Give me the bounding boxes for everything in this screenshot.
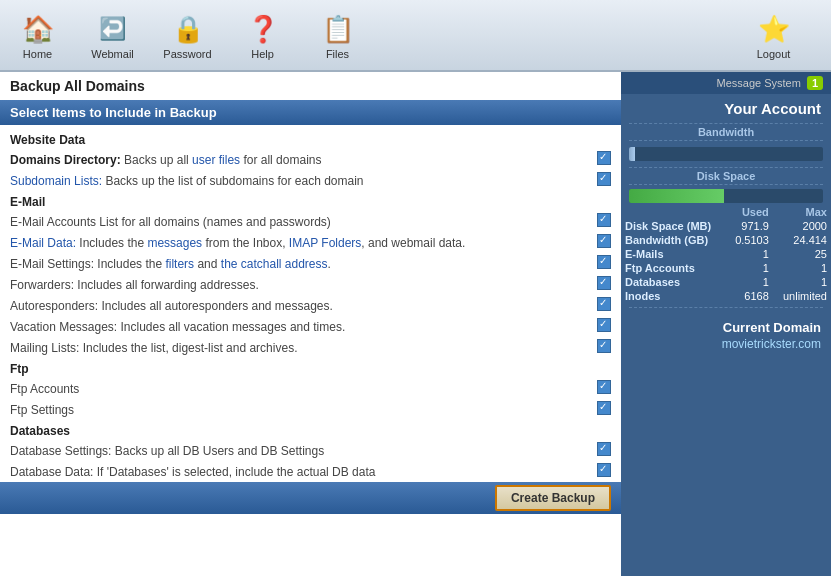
stats-row-used: 971.9: [726, 219, 773, 233]
checkbox-email-settings[interactable]: [591, 255, 611, 272]
item-ftp-settings: Ftp Settings: [10, 403, 591, 417]
home-icon: 🏠: [19, 10, 57, 48]
list-item: Vacation Messages: Includes all vacation…: [0, 316, 621, 337]
checkbox-autoresponders[interactable]: [591, 297, 611, 314]
current-domain-label: Current Domain: [621, 312, 831, 337]
item-vacation: Vacation Messages: Includes all vacation…: [10, 320, 591, 334]
item-email-settings: E-Mail Settings: Includes the filters an…: [10, 257, 591, 271]
checkbox-vacation[interactable]: [591, 318, 611, 335]
stats-row: Disk Space (MB)971.92000: [621, 219, 831, 233]
right-sidebar: Message System 1 Your Account Bandwidth …: [621, 72, 831, 576]
checkbox-ftp-accounts[interactable]: [591, 380, 611, 397]
stats-row: Ftp Accounts11: [621, 261, 831, 275]
stats-col-used: Used: [726, 205, 773, 219]
content-area: Backup All Domains Select Items to Inclu…: [0, 72, 621, 576]
section-header-databases: Databases: [0, 420, 621, 440]
section-header-website: Website Data: [0, 129, 621, 149]
stats-row-max: 1: [773, 275, 831, 289]
bandwidth-bar: [629, 147, 823, 161]
list-item: Mailing Lists: Includes the list, digest…: [0, 337, 621, 358]
nav-help[interactable]: ❓ Help: [235, 10, 290, 60]
checkbox-subdomain-lists[interactable]: [591, 172, 611, 189]
diskspace-bar: [629, 189, 823, 203]
stats-col-label: [621, 205, 726, 219]
checkbox-db-settings[interactable]: [591, 442, 611, 459]
password-icon: 🔒: [169, 10, 207, 48]
stats-row-label: Bandwidth (GB): [621, 233, 726, 247]
stats-row: Inodes6168unlimited: [621, 289, 831, 303]
stats-row-used: 0.5103: [726, 233, 773, 247]
stats-row-max: 2000: [773, 219, 831, 233]
page-title: Backup All Domains: [0, 72, 621, 100]
stats-row-label: Databases: [621, 275, 726, 289]
stats-row-used: 1: [726, 275, 773, 289]
list-item: Database Settings: Backs up all DB Users…: [0, 440, 621, 461]
stats-row: Bandwidth (GB)0.510324.414: [621, 233, 831, 247]
section-header-ftp: Ftp: [0, 358, 621, 378]
create-backup-button[interactable]: Create Backup: [495, 485, 611, 511]
stats-row-label: Disk Space (MB): [621, 219, 726, 233]
checkbox-mailing[interactable]: [591, 339, 611, 356]
item-db-data: Database Data: If 'Databases' is selecte…: [10, 465, 591, 479]
nav-bar: 🏠 Home ↩️ Webmail 🔒 Password ❓ Help 📋 Fi…: [0, 0, 831, 72]
current-domain-value: movietrickster.com: [621, 337, 831, 357]
stats-row-label: E-Mails: [621, 247, 726, 261]
item-email-data: E-Mail Data: Includes the messages from …: [10, 236, 591, 250]
list-item: Domains Directory: Backs up all user fil…: [0, 149, 621, 170]
checkbox-domains-dir[interactable]: [591, 151, 611, 168]
message-count-badge[interactable]: 1: [807, 76, 823, 90]
nav-password[interactable]: 🔒 Password: [160, 10, 215, 60]
stats-row-max: 25: [773, 247, 831, 261]
nav-help-label: Help: [251, 48, 274, 60]
stats-row-used: 1: [726, 247, 773, 261]
stats-col-max: Max: [773, 205, 831, 219]
stats-row-label: Ftp Accounts: [621, 261, 726, 275]
list-item: Database Data: If 'Databases' is selecte…: [0, 461, 621, 482]
checkbox-db-data[interactable]: [591, 463, 611, 480]
files-icon: 📋: [319, 10, 357, 48]
stats-row-used: 6168: [726, 289, 773, 303]
checkbox-forwarders[interactable]: [591, 276, 611, 293]
webmail-icon: ↩️: [94, 10, 132, 48]
your-account-label: Your Account: [621, 94, 831, 121]
stats-row: Databases11: [621, 275, 831, 289]
stats-row-max: unlimited: [773, 289, 831, 303]
section-header-email: E-Mail: [0, 191, 621, 211]
nav-home-label: Home: [23, 48, 52, 60]
nav-files-label: Files: [326, 48, 349, 60]
nav-webmail[interactable]: ↩️ Webmail: [85, 10, 140, 60]
stats-row-label: Inodes: [621, 289, 726, 303]
nav-logout[interactable]: ⭐ Logout: [746, 10, 801, 60]
nav-files[interactable]: 📋 Files: [310, 10, 365, 60]
list-item: Ftp Settings: [0, 399, 621, 420]
list-item: Ftp Accounts: [0, 378, 621, 399]
stats-row-max: 24.414: [773, 233, 831, 247]
message-system-label: Message System: [717, 77, 801, 89]
checkbox-ftp-settings[interactable]: [591, 401, 611, 418]
nav-password-label: Password: [163, 48, 211, 60]
nav-webmail-label: Webmail: [91, 48, 134, 60]
item-email-accounts: E-Mail Accounts List for all domains (na…: [10, 215, 591, 229]
nav-home[interactable]: 🏠 Home: [10, 10, 65, 60]
bandwidth-label: Bandwidth: [629, 123, 823, 141]
item-forwarders: Forwarders: Includes all forwarding addr…: [10, 278, 591, 292]
diskspace-label: Disk Space: [629, 167, 823, 185]
list-item: Autoresponders: Includes all autorespond…: [0, 295, 621, 316]
stats-row-max: 1: [773, 261, 831, 275]
checkbox-email-accounts[interactable]: [591, 213, 611, 230]
item-domains-dir: Domains Directory: Backs up all user fil…: [10, 153, 591, 167]
help-icon: ❓: [244, 10, 282, 48]
list-item: E-Mail Settings: Includes the filters an…: [0, 253, 621, 274]
list-item: Forwarders: Includes all forwarding addr…: [0, 274, 621, 295]
item-ftp-accounts: Ftp Accounts: [10, 382, 591, 396]
list-item: E-Mail Data: Includes the messages from …: [0, 232, 621, 253]
diskspace-bar-fill: [629, 189, 724, 203]
message-system-bar: Message System 1: [621, 72, 831, 94]
stats-row-used: 1: [726, 261, 773, 275]
stats-table: Used Max Disk Space (MB)971.92000Bandwid…: [621, 205, 831, 303]
selection-bar: Select Items to Include in Backup: [0, 100, 621, 125]
item-autoresponders: Autoresponders: Includes all autorespond…: [10, 299, 591, 313]
nav-logout-label: Logout: [757, 48, 791, 60]
checkbox-email-data[interactable]: [591, 234, 611, 251]
bandwidth-bar-fill: [629, 147, 635, 161]
